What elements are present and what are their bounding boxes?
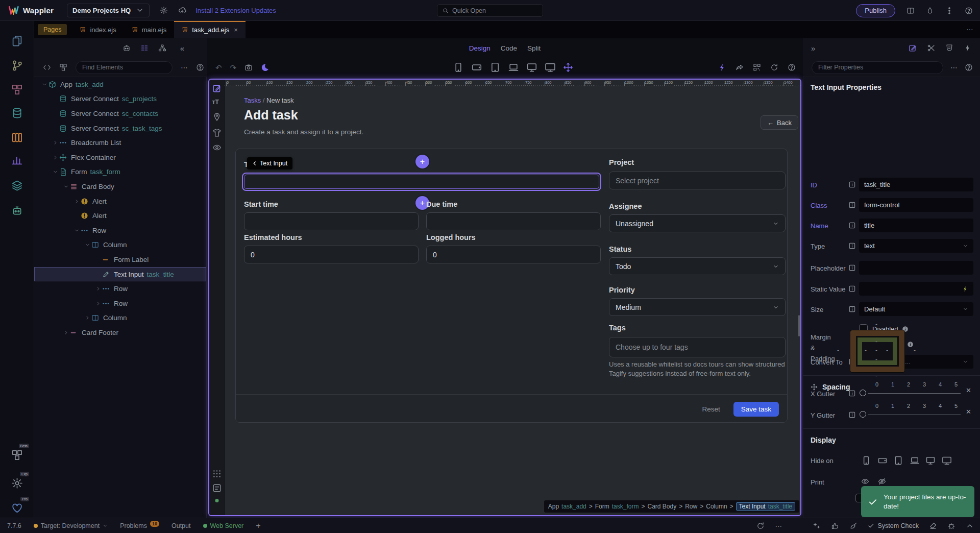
tree-item-column[interactable]: Column	[34, 311, 206, 326]
phone-landscape-icon[interactable]	[471, 62, 482, 73]
tree-help-icon[interactable]	[196, 63, 204, 71]
hide-on-tablet-icon[interactable]	[893, 455, 903, 466]
monitor-large-icon[interactable]	[545, 62, 556, 73]
canvas-help-icon[interactable]	[788, 63, 796, 71]
dynamic-events-icon[interactable]	[964, 44, 972, 52]
redo-icon[interactable]: ↷	[230, 64, 237, 71]
tree-item-card-body[interactable]: Card Body	[34, 179, 206, 194]
x-gutter-slider-thumb[interactable]	[860, 390, 866, 396]
start-time-input[interactable]	[244, 212, 419, 230]
grid-icon[interactable]	[212, 469, 222, 478]
quick-open-button[interactable]: Quick Open	[437, 4, 543, 17]
hide-on-monitor-large-icon[interactable]	[942, 455, 952, 466]
feedback-thumbs-icon[interactable]	[831, 522, 839, 530]
selected-element-badge[interactable]: Text Input	[247, 157, 292, 169]
cut-styles-icon[interactable]	[927, 44, 935, 52]
css-designer-icon[interactable]	[945, 44, 953, 52]
publish-button[interactable]: Publish	[856, 4, 895, 17]
due-time-input[interactable]	[426, 212, 601, 230]
find-elements-input[interactable]: Find Elements	[76, 61, 173, 74]
split-view-tab[interactable]: Split	[527, 44, 541, 52]
undo-icon[interactable]: ↶	[215, 64, 222, 71]
path-item[interactable]: Card Body	[647, 503, 676, 510]
reset-button[interactable]: Reset	[702, 405, 720, 413]
move-icon[interactable]	[563, 62, 573, 72]
dock-item-git-branch[interactable]	[8, 56, 26, 75]
tab-index.ejs[interactable]: index.ejs	[72, 21, 124, 38]
cleanup-broom-icon[interactable]	[849, 522, 857, 530]
screenshot-camera-icon[interactable]	[244, 63, 253, 71]
anchor-pin-icon[interactable]	[212, 112, 222, 122]
collapse-panel-icon[interactable]: «	[180, 44, 184, 52]
hide-on-desktop-icon[interactable]	[925, 455, 936, 466]
type-select[interactable]: text	[859, 239, 973, 253]
y-gutter-slider[interactable]	[868, 415, 961, 415]
open-browser-icon[interactable]	[736, 63, 744, 71]
filter-properties-input[interactable]: Filter Properties	[812, 61, 943, 74]
assignee-select[interactable]: Unassigned	[609, 214, 786, 232]
design-view-tab[interactable]: Design	[469, 44, 491, 52]
toast-notification[interactable]: Your project files are up-to-date!	[861, 486, 974, 517]
title-input[interactable]	[244, 175, 599, 188]
tree-item-row[interactable]: Row	[34, 223, 206, 238]
tab-main.ejs[interactable]: main.ejs	[124, 21, 174, 38]
properties-edit-icon[interactable]	[909, 44, 917, 52]
tree-item-card-footer[interactable]: Card Footer	[34, 325, 206, 340]
tree-item-app[interactable]: App task_add	[34, 77, 206, 92]
path-item[interactable]: App task_add	[548, 503, 586, 510]
theme-droplet-icon[interactable]	[926, 7, 934, 15]
margin-padding-box[interactable]	[850, 330, 904, 372]
tree-item-breadcrumb-list[interactable]: Breadcrumb List	[34, 135, 206, 150]
hide-on-phone-landscape-icon[interactable]	[877, 455, 888, 466]
tree-item-alert[interactable]: Alert	[34, 208, 206, 223]
eraser-icon[interactable]	[929, 522, 937, 530]
canvas-edit-icon[interactable]	[212, 84, 222, 93]
components-icon[interactable]	[59, 63, 67, 71]
static-value-input[interactable]	[859, 282, 973, 296]
refresh-icon[interactable]	[770, 63, 778, 71]
tree-item-server-connect[interactable]: Server Connect sc_contacts	[34, 106, 206, 121]
magic-sparkles-icon[interactable]	[813, 522, 821, 530]
print-show-eye-icon[interactable]	[861, 477, 869, 486]
tree-item-server-connect[interactable]: Server Connect sc_task_tags	[34, 121, 206, 136]
preview-eye-icon[interactable]	[212, 143, 222, 152]
tree-item-text-input[interactable]: Text Input task_title	[34, 267, 206, 282]
status-more-icon[interactable]: ⋯	[775, 522, 782, 529]
project-selector[interactable]: Demo Projects HQ	[67, 4, 150, 17]
hide-on-phone-portrait-icon[interactable]	[861, 455, 871, 466]
tree-item-column[interactable]: Column	[34, 238, 206, 253]
tree-item-row[interactable]: Row	[34, 296, 206, 311]
dock-item-blocks[interactable]: Beta	[8, 446, 26, 464]
tree-item-form-label[interactable]: Form Label	[34, 252, 206, 267]
insert-before-button[interactable]: +	[415, 155, 429, 168]
padding-box[interactable]	[857, 337, 897, 365]
app-flows-icon[interactable]	[718, 63, 726, 71]
tags-input[interactable]: Choose up to four tags	[609, 337, 786, 357]
logged-hours-input[interactable]: 0	[426, 246, 601, 263]
debug-bug-icon[interactable]	[947, 522, 955, 530]
problems-button[interactable]: Problems 10	[120, 522, 159, 529]
y-gutter-slider-thumb[interactable]	[860, 411, 866, 418]
dock-item-pages[interactable]	[8, 31, 26, 50]
web-server-status[interactable]: Web Server	[203, 522, 244, 529]
dock-item-heart-pulse[interactable]: Pro	[8, 499, 26, 517]
print-hide-eye-icon[interactable]	[878, 477, 886, 486]
y-gutter-clear-icon[interactable]: ✕	[966, 408, 971, 416]
close-tab-icon[interactable]: ×	[234, 26, 238, 34]
settings-gear-icon[interactable]	[160, 6, 168, 14]
target-selector[interactable]: Target: Development	[34, 522, 108, 529]
path-item[interactable]: Column	[706, 503, 727, 510]
class-input[interactable]: form-control	[859, 198, 973, 212]
back-button[interactable]: ← Back	[761, 115, 798, 130]
tree-item-alert[interactable]: Alert	[34, 194, 206, 209]
dock-item-bar-chart[interactable]	[8, 151, 26, 169]
tree-item-row[interactable]: Row	[34, 281, 206, 296]
display-section-header[interactable]: Display	[811, 436, 836, 444]
x-gutter-clear-icon[interactable]: ✕	[966, 386, 971, 394]
path-item[interactable]: Form task_form	[595, 503, 639, 510]
dock-item-layout-columns[interactable]	[8, 128, 26, 147]
dock-item-database[interactable]	[8, 104, 26, 122]
tree-item-form[interactable]: Form task_form	[34, 165, 206, 180]
props-more-icon[interactable]: ⋯	[950, 64, 958, 71]
body-style-icon[interactable]	[212, 128, 222, 137]
